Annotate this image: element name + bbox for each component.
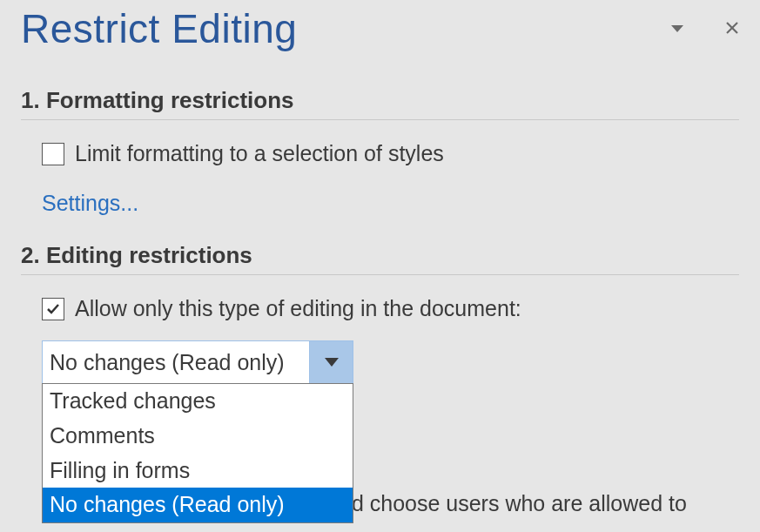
- pane-header: Restrict Editing: [21, 0, 739, 61]
- section-heading-2: 2. Editing restrictions: [21, 242, 739, 275]
- allow-only-editing-label: Allow only this type of editing in the d…: [75, 296, 521, 321]
- dropdown-option[interactable]: Filling in forms: [43, 454, 353, 488]
- editing-type-dropdown: Tracked changesCommentsFilling in formsN…: [42, 383, 353, 523]
- settings-link[interactable]: Settings...: [21, 191, 739, 216]
- svg-marker-0: [671, 25, 683, 32]
- dropdown-option[interactable]: No changes (Read only): [43, 488, 353, 522]
- select-dropdown-button[interactable]: [309, 341, 353, 383]
- limit-formatting-label: Limit formatting to a selection of style…: [75, 141, 444, 166]
- svg-marker-3: [325, 358, 339, 367]
- close-icon[interactable]: [725, 19, 739, 39]
- header-actions: [671, 19, 739, 39]
- editing-type-select-value: No changes (Read only): [43, 341, 309, 383]
- editing-type-select-display[interactable]: No changes (Read only): [42, 340, 353, 384]
- pane-menu-icon[interactable]: [671, 23, 683, 35]
- restrict-editing-pane: Restrict Editing 1. Formatting restricti…: [0, 0, 760, 384]
- dropdown-option[interactable]: Tracked changes: [43, 384, 353, 419]
- pane-title: Restrict Editing: [21, 5, 297, 52]
- editing-restrictions-section: 2. Editing restrictions Allow only this …: [21, 242, 739, 384]
- editing-type-select: No changes (Read only) Tracked changesCo…: [42, 340, 353, 384]
- allow-only-editing-checkbox[interactable]: [42, 298, 64, 320]
- section-heading-1: 1. Formatting restrictions: [21, 87, 739, 120]
- partial-text-behind-dropdown: nd choose users who are allowed to: [340, 491, 687, 516]
- chevron-down-icon: [325, 358, 339, 367]
- dropdown-option[interactable]: Comments: [43, 419, 353, 454]
- editing-checkbox-row: Allow only this type of editing in the d…: [21, 296, 739, 321]
- formatting-restrictions-section: 1. Formatting restrictions Limit formatt…: [21, 87, 739, 216]
- limit-formatting-checkbox[interactable]: [42, 143, 64, 165]
- formatting-checkbox-row: Limit formatting to a selection of style…: [21, 141, 739, 166]
